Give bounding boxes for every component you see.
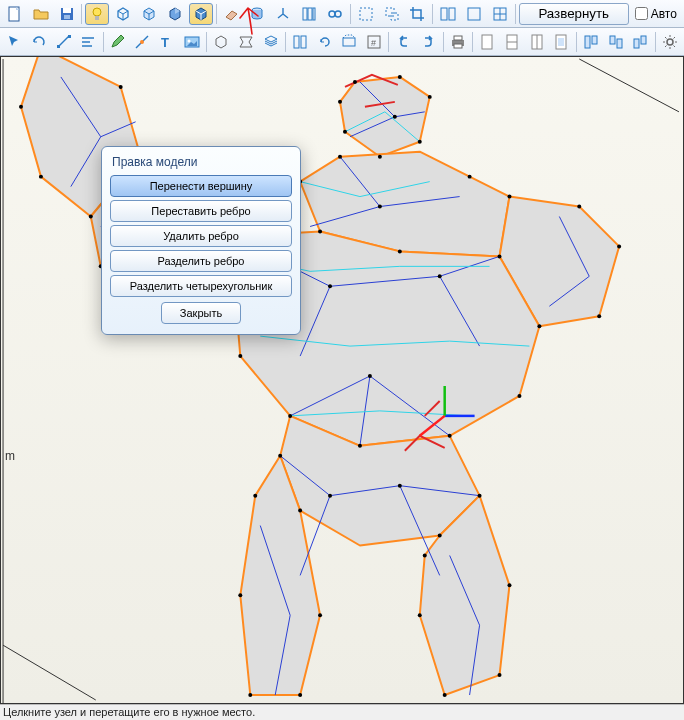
layers-button[interactable]	[259, 31, 282, 53]
select-add-button[interactable]	[380, 3, 404, 25]
svg-point-85	[517, 394, 521, 398]
svg-point-87	[358, 444, 362, 448]
svg-point-62	[343, 130, 347, 134]
align-button[interactable]	[77, 31, 100, 53]
svg-rect-32	[454, 44, 462, 48]
dialog-close-button[interactable]: Закрыть	[161, 302, 241, 324]
svg-rect-38	[585, 36, 590, 48]
columns-button[interactable]	[297, 3, 321, 25]
undo-button[interactable]	[392, 31, 415, 53]
svg-text:T: T	[161, 35, 169, 50]
divide-button[interactable]	[131, 31, 154, 53]
page-b-button[interactable]	[501, 31, 524, 53]
split-quad-button[interactable]: Разделить четырехугольник	[110, 275, 292, 297]
edit-model-dialog: Правка модели Перенести вершину Перестав…	[101, 146, 301, 335]
link-button[interactable]	[323, 3, 347, 25]
cube-selected-button[interactable]	[189, 3, 213, 25]
svg-rect-15	[441, 8, 447, 20]
eraser-button[interactable]	[220, 3, 244, 25]
svg-rect-9	[313, 8, 315, 20]
svg-point-59	[428, 95, 432, 99]
cube-wire-button[interactable]	[137, 3, 161, 25]
svg-point-83	[597, 314, 601, 318]
redo-button[interactable]	[417, 31, 440, 53]
svg-point-64	[338, 155, 342, 159]
svg-point-90	[478, 494, 482, 498]
svg-rect-39	[592, 36, 597, 44]
text-button[interactable]: T	[156, 31, 179, 53]
page-d-button[interactable]	[550, 31, 573, 53]
open-folder-button[interactable]	[29, 3, 53, 25]
svg-point-82	[617, 244, 621, 248]
svg-point-69	[318, 229, 322, 233]
svg-point-67	[498, 254, 502, 258]
save-button[interactable]	[55, 3, 79, 25]
svg-point-86	[448, 434, 452, 438]
auto-checkbox-wrap[interactable]: Авто	[631, 7, 681, 21]
svg-rect-33	[482, 35, 492, 49]
layout-2col-button[interactable]	[436, 3, 460, 25]
split-edge-button[interactable]: Разделить ребро	[110, 250, 292, 272]
svg-point-61	[378, 155, 382, 159]
unfold-button[interactable]: Развернуть	[519, 3, 629, 25]
page-a-button[interactable]	[476, 31, 499, 53]
svg-point-72	[119, 85, 123, 89]
svg-point-101	[443, 693, 447, 697]
crop-button[interactable]	[405, 3, 429, 25]
svg-point-58	[398, 75, 402, 79]
cube-outline-button[interactable]	[111, 3, 135, 25]
svg-rect-13	[386, 8, 394, 16]
lightbulb-button[interactable]	[85, 3, 109, 25]
svg-point-44	[667, 39, 673, 45]
svg-rect-37	[558, 38, 564, 46]
svg-point-76	[19, 105, 23, 109]
box-button[interactable]	[210, 31, 233, 53]
svg-point-105	[378, 205, 382, 209]
arrange-b-button[interactable]	[604, 31, 627, 53]
move-vertex-button[interactable]: Перенести вершину	[110, 175, 292, 197]
refresh-button[interactable]	[314, 31, 337, 53]
flap-button[interactable]	[338, 31, 361, 53]
delete-edge-button[interactable]: Удалить ребро	[110, 225, 292, 247]
svg-rect-43	[641, 36, 646, 44]
svg-point-92	[298, 509, 302, 513]
cylinder-button[interactable]	[245, 3, 269, 25]
svg-point-66	[507, 195, 511, 199]
unfold-icon-button[interactable]	[289, 31, 312, 53]
num-button[interactable]: #	[363, 31, 386, 53]
arrange-a-button[interactable]	[580, 31, 603, 53]
print-button[interactable]	[447, 31, 470, 53]
page-c-button[interactable]	[525, 31, 548, 53]
new-file-button[interactable]	[3, 3, 27, 25]
fold-button[interactable]	[235, 31, 258, 53]
arrange-c-button[interactable]	[629, 31, 652, 53]
svg-point-57	[353, 80, 357, 84]
svg-point-93	[278, 454, 282, 458]
edit-button[interactable]	[107, 31, 130, 53]
measure-button[interactable]	[52, 31, 75, 53]
grid-button[interactable]	[488, 3, 512, 25]
move-edge-button[interactable]: Переставить ребро	[110, 200, 292, 222]
svg-point-11	[335, 11, 341, 17]
auto-checkbox[interactable]	[635, 7, 648, 20]
svg-rect-27	[343, 38, 355, 46]
toolbar-secondary: T #	[0, 28, 684, 56]
pointer-button[interactable]	[3, 31, 26, 53]
image-button[interactable]	[180, 31, 203, 53]
svg-point-102	[418, 613, 422, 617]
svg-point-100	[498, 673, 502, 677]
select-box-button[interactable]	[354, 3, 378, 25]
rotate-button[interactable]	[28, 31, 51, 53]
svg-point-95	[298, 693, 302, 697]
svg-point-110	[398, 484, 402, 488]
svg-point-89	[238, 354, 242, 358]
cube-shaded-button[interactable]	[163, 3, 187, 25]
svg-point-109	[328, 494, 332, 498]
svg-rect-20	[68, 35, 71, 38]
svg-point-104	[393, 115, 397, 119]
svg-rect-5	[95, 16, 99, 20]
settings-button[interactable]	[659, 31, 682, 53]
svg-rect-7	[303, 8, 307, 20]
axes-3d-button[interactable]	[271, 3, 295, 25]
layout-single-button[interactable]	[462, 3, 486, 25]
